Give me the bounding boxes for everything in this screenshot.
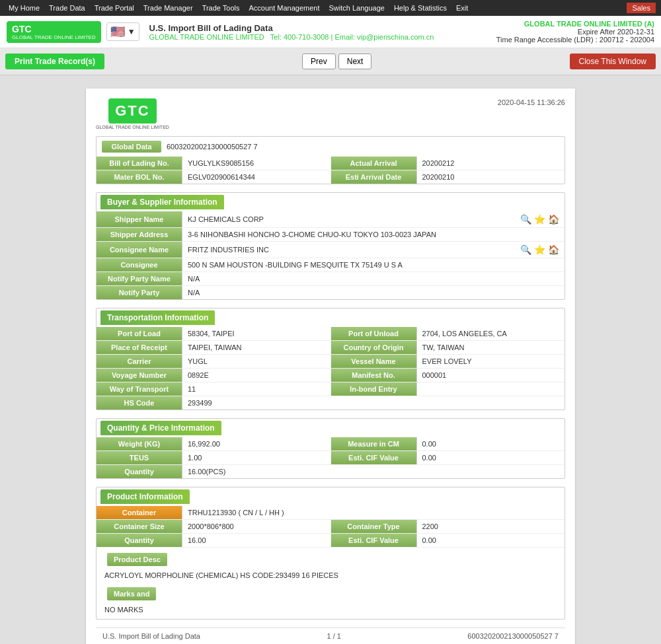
- vessel-col: Vessel Name EVER LOVELY: [331, 355, 565, 368]
- container-size-value: 2000*806*800: [182, 520, 330, 533]
- record-logo-box: GTC: [108, 98, 156, 124]
- voyage-value: 0892E: [182, 369, 330, 382]
- print-area: Print Trade Record(s): [5, 54, 104, 69]
- sales-badge[interactable]: Sales: [627, 3, 656, 13]
- contact-info: Tel: 400-710-3008 | Email: vip@pierischi…: [270, 33, 434, 41]
- record-logo-sub: GLOBAL TRADE ONLINE LIMITED: [96, 125, 169, 129]
- nav-trade-manager[interactable]: Trade Manager: [140, 3, 196, 13]
- quantity-price-header-row: Quantity & Price Information: [97, 419, 564, 437]
- product-desc-text: ACRYLOYL MORPHOLINE (CHEMICAL) HS CODE:2…: [97, 569, 564, 585]
- star-icon[interactable]: ⭐: [534, 214, 545, 225]
- prev-button-top[interactable]: Prev: [302, 54, 336, 69]
- voyage-label: Voyage Number: [97, 369, 182, 382]
- manifest-col: Manifest No. 000001: [331, 369, 565, 382]
- product-esti-cif-value: 0.00: [417, 534, 565, 547]
- expire-info: Expire After 2020-12-31: [496, 28, 654, 36]
- home-icon-2[interactable]: 🏠: [548, 244, 559, 255]
- brand-label: GLOBAL TRADE ONLINE LIMITED (A): [496, 20, 654, 28]
- product-esti-cif-col: Esti. CIF Value 0.00: [331, 534, 565, 547]
- teus-col: TEUS 1.00: [97, 451, 331, 464]
- esti-arrival-value: 20200210: [417, 170, 565, 184]
- nav-my-home[interactable]: My Home: [5, 3, 43, 13]
- place-receipt-value: TAIPEI, TAIWAN: [182, 341, 330, 354]
- manifest-label: Manifest No.: [331, 369, 417, 382]
- weight-measure-row: Weight (KG) 16,992.00 Measure in CM 0.00: [97, 437, 564, 451]
- port-unload-value: 2704, LOS ANGELES, CA: [417, 327, 565, 340]
- place-receipt-label: Place of Receipt: [97, 341, 182, 354]
- country-origin-value: TW, TAIWAN: [417, 341, 565, 354]
- product-qty-label: Quantity: [97, 534, 182, 547]
- shipper-name-icons: 🔍 ⭐ 🏠: [520, 214, 559, 225]
- container-size-type-row: Container Size 2000*806*800 Container Ty…: [97, 520, 564, 534]
- container-label: Container: [97, 506, 182, 519]
- logo-area: GTC GLOBAL TRADE ONLINE LIMITED 🇺🇸 ▼: [7, 21, 139, 43]
- way-inbond-row: Way of Transport 11 In-bond Entry: [97, 382, 564, 396]
- transport-header-row: Transportation Information: [97, 308, 564, 327]
- product-esti-cif-label: Esti. CIF Value: [331, 534, 417, 547]
- port-load-value: 58304, TAIPEI: [182, 327, 330, 340]
- record-logo-text: GTC: [115, 102, 149, 120]
- product-section: Product Information Container TRHU121393…: [96, 487, 565, 620]
- port-load-col: Port of Load 58304, TAIPEI: [97, 327, 331, 340]
- footer-page: 1 / 1: [327, 632, 340, 640]
- nav-trade-portal[interactable]: Trade Portal: [91, 3, 137, 13]
- bol-row-1: Bill of Lading No. YUGLYLKS9085156 Actua…: [97, 157, 564, 170]
- quantity-price-header: Quantity & Price Information: [100, 421, 221, 435]
- quantity-label: Quantity: [97, 465, 182, 478]
- bol-right: Actual Arrival 20200212: [331, 157, 565, 170]
- esti-arrival-label: Esti Arrival Date: [331, 170, 417, 184]
- marks-value: NO MARKS: [97, 603, 564, 619]
- weight-label: Weight (KG): [97, 437, 182, 450]
- record-logo: GTC GLOBAL TRADE ONLINE LIMITED: [96, 98, 169, 129]
- print-button-top[interactable]: Print Trade Record(s): [5, 54, 104, 69]
- nav-trade-tools[interactable]: Trade Tools: [199, 3, 243, 13]
- marks-area: Marks and: [97, 585, 564, 603]
- nav-links: My Home Trade Data Trade Portal Trade Ma…: [5, 3, 471, 13]
- vessel-value: EVER LOVELY: [417, 355, 565, 368]
- esti-arrival-right: Esti Arrival Date 20200210: [331, 170, 565, 184]
- weight-col: Weight (KG) 16,992.00: [97, 437, 331, 450]
- shipper-address-label: Shipper Address: [97, 228, 182, 241]
- nav-exit[interactable]: Exit: [453, 3, 471, 13]
- shipper-name-row: Shipper Name KJ CHEMICALS CORP 🔍 ⭐ 🏠: [97, 211, 564, 228]
- nav-account-management[interactable]: Account Management: [246, 3, 323, 13]
- logo-text: GTC: [12, 24, 32, 34]
- container-row: Container TRHU1213930 ( CN / L / HH ): [97, 506, 564, 520]
- close-button-top[interactable]: Close This Window: [570, 54, 656, 69]
- inbond-label: In-bond Entry: [331, 382, 417, 396]
- notify-party-label: Notify Party: [97, 286, 182, 299]
- home-icon[interactable]: 🏠: [548, 214, 559, 225]
- product-desc-label: Product Desc: [107, 553, 167, 566]
- notify-party-name-value: N/A: [182, 272, 564, 285]
- search-icon-2[interactable]: 🔍: [520, 244, 531, 255]
- page-title: U.S. Import Bill of Lading Data: [149, 23, 486, 33]
- container-value: TRHU1213930 ( CN / L / HH ): [182, 506, 564, 519]
- star-icon-2[interactable]: ⭐: [534, 244, 545, 255]
- container-type-value: 2200: [417, 520, 565, 533]
- carrier-col: Carrier YUGL: [97, 355, 331, 368]
- consignee-name-icons: 🔍 ⭐ 🏠: [520, 244, 559, 255]
- country-origin-col: Country of Origin TW, TAIWAN: [331, 341, 565, 354]
- nav-switch-language[interactable]: Switch Language: [326, 3, 388, 13]
- quantity-price-section: Quantity & Price Information Weight (KG)…: [96, 418, 565, 479]
- next-button-top[interactable]: Next: [338, 54, 372, 69]
- search-icon[interactable]: 🔍: [520, 214, 531, 225]
- carrier-vessel-row: Carrier YUGL Vessel Name EVER LOVELY: [97, 355, 564, 369]
- carrier-value: YUGL: [182, 355, 330, 368]
- language-selector[interactable]: 🇺🇸 ▼: [106, 22, 139, 41]
- nav-trade-data[interactable]: Trade Data: [46, 3, 89, 13]
- transportation-section: Transportation Information Port of Load …: [96, 308, 565, 410]
- marks-label: Marks and: [107, 587, 156, 600]
- port-row: Port of Load 58304, TAIPEI Port of Unloa…: [97, 327, 564, 341]
- nav-help-statistics[interactable]: Help & Statistics: [391, 3, 450, 13]
- shipper-address-value: 3-6 NIHONBASHI HONCHO 3-CHOME CHUO-KU TO…: [182, 228, 564, 241]
- actual-arrival-value: 20200212: [417, 157, 565, 170]
- consignee-name-text: FRITZ INDUSTRIES INC: [188, 246, 269, 254]
- way-value: 11: [182, 382, 330, 396]
- buyer-supplier-header: Buyer & Supplier Information: [100, 195, 224, 209]
- logo: GTC GLOBAL TRADE ONLINE LIMITED: [7, 21, 101, 43]
- hs-label: HS Code: [97, 396, 182, 410]
- footer-source: U.S. Import Bill of Lading Data: [102, 632, 200, 640]
- main-content-area: GTC GLOBAL TRADE ONLINE LIMITED 2020-04-…: [0, 75, 661, 644]
- product-header-row: Product Information: [97, 487, 564, 506]
